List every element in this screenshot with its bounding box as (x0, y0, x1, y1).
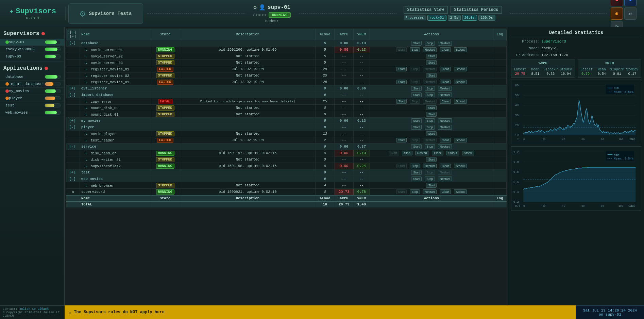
btn-restart-wm[interactable]: Restart (438, 177, 452, 181)
btn-start[interactable]: Start (396, 67, 407, 71)
toolbar-btn-refresh1[interactable]: ↺ (624, 7, 637, 20)
btn-clear[interactable]: Clear (440, 80, 451, 84)
svg-text:0.0: 0.0 (515, 204, 521, 208)
btn-clear[interactable]: Clear (440, 67, 451, 71)
proc-cpu: -- (335, 72, 354, 79)
btn-start-wm[interactable]: Start (411, 177, 422, 181)
group-expand-service[interactable]: [-] (66, 144, 80, 150)
btn-stop[interactable]: Stop (410, 47, 420, 52)
group-expand-my-movies[interactable]: [+] (66, 118, 80, 124)
import-dot (5, 82, 9, 86)
btn-stop-svc[interactable]: Stop (425, 144, 435, 149)
btn-start-mm[interactable]: Start (411, 118, 422, 123)
btn-stdout-supervisord[interactable]: Stdout (454, 189, 467, 194)
btn-stdout[interactable]: Stdout (454, 138, 467, 142)
proc-load: 5 (316, 60, 335, 66)
btn-start[interactable]: Start (396, 99, 407, 104)
btn-restart[interactable]: Restart (423, 164, 437, 168)
sidebar-item-supv03[interactable]: supv-03 (0, 53, 64, 60)
btn-restart-svc[interactable]: Restart (438, 144, 452, 149)
sidebar-item-web-movies[interactable]: web_movies (0, 109, 64, 116)
btn-start[interactable]: Start (426, 131, 437, 136)
btn-start[interactable]: Start (426, 54, 437, 58)
stats-period-2[interactable]: 20.0s (462, 15, 477, 21)
btn-start-pl[interactable]: Start (411, 125, 422, 130)
detail-process-value: supervisord (541, 39, 566, 44)
btn-start-test[interactable]: Start (411, 170, 422, 175)
group-expand-evt[interactable]: [+] (66, 85, 80, 92)
sidebar-item-supv01[interactable]: supv-01 (0, 39, 64, 46)
group-expand-player[interactable]: [-] (66, 124, 80, 131)
btn-stop-evt[interactable]: Stop (425, 86, 435, 91)
group-expand-web-movies[interactable]: [-] (66, 176, 80, 182)
group-expand-import[interactable]: [-] (66, 92, 80, 98)
stats-periods-button[interactable]: Statistics Periods (451, 6, 502, 14)
btn-stop-wm[interactable]: Stop (425, 177, 435, 181)
btn-start[interactable]: Start (426, 105, 437, 110)
btn-start[interactable]: Start (396, 138, 407, 142)
collapse-all[interactable]: [-] (70, 34, 76, 38)
stats-period-1[interactable]: 2.5s (448, 15, 461, 21)
toolbar-btn-blue[interactable]: ● (624, 0, 637, 6)
btn-restart-pl[interactable]: Restart (438, 125, 452, 130)
toolbar-btn-red[interactable]: ■ (611, 0, 623, 6)
btn-start-evt[interactable]: Start (411, 86, 422, 91)
stats-period-3[interactable]: 160.0s (478, 15, 495, 21)
total-values-row: TOTAL 10 20.73 1.48 (66, 201, 507, 207)
sidebar-item-database[interactable]: database (0, 73, 64, 81)
btn-stdout[interactable]: Stdout (454, 47, 467, 52)
btn-start[interactable]: Start (426, 112, 437, 117)
sidebar-item-rocky52[interactable]: rocky52:60000 (0, 46, 64, 53)
btn-restart-import[interactable]: Restart (438, 93, 452, 97)
toolbar-btn-orange[interactable]: ◉ (611, 7, 623, 20)
btn-start-database[interactable]: Start (411, 41, 422, 46)
btn-stop-pl[interactable]: Stop (425, 125, 435, 130)
btn-restart-supervisord[interactable]: Restart (423, 189, 437, 194)
group-expand-database[interactable]: [-] (66, 40, 80, 47)
btn-stderr[interactable]: Stderr (462, 151, 475, 155)
btn-clear[interactable]: Clear (440, 138, 451, 142)
group-expand-test[interactable]: [+] (66, 169, 80, 176)
stats-view-button[interactable]: Statistics View (404, 6, 448, 14)
btn-stdout[interactable]: Stdout (454, 164, 467, 168)
total-log-label: Log (493, 195, 507, 201)
btn-clear-supervisord[interactable]: Clear (440, 189, 451, 194)
btn-clear[interactable]: Clear (440, 47, 451, 52)
btn-clear[interactable]: Clear (440, 164, 451, 168)
mem-header-latest: Latest (579, 68, 594, 71)
sidebar-item-import-database[interactable]: import_database (0, 81, 64, 88)
btn-start-svc[interactable]: Start (411, 144, 422, 149)
col-expand[interactable]: [+] [-] (66, 29, 80, 40)
btn-stdout[interactable]: Stdout (446, 151, 459, 155)
btn-start[interactable]: Start (426, 183, 437, 188)
btn-start-import[interactable]: Start (411, 93, 422, 97)
btn-stop-import[interactable]: Stop (425, 93, 435, 97)
btn-stop-database[interactable]: Stop (425, 41, 435, 46)
btn-restart-database[interactable]: Restart (438, 41, 452, 46)
btn-stop[interactable]: Stop (410, 164, 420, 168)
sidebar-item-my-movies[interactable]: my_movies (0, 88, 64, 95)
btn-stdout[interactable]: Stdout (454, 99, 467, 104)
btn-stop[interactable]: Stop (402, 151, 412, 155)
sidebar-item-test[interactable]: test (0, 102, 64, 109)
proc-desc: pid 1501197, uptime 0:02:15 (180, 150, 316, 156)
btn-stdout[interactable]: Stdout (454, 80, 467, 84)
btn-restart-evt[interactable]: Restart (438, 86, 452, 91)
btn-restart[interactable]: Restart (415, 151, 429, 155)
contact-link[interactable]: Julien Le Cléach (19, 307, 49, 311)
sidebar-item-player[interactable]: player (0, 95, 64, 102)
btn-restart-mm[interactable]: Restart (438, 118, 452, 123)
btn-stop-supervisord[interactable]: Stop (410, 189, 420, 194)
btn-start[interactable]: Start (396, 80, 407, 84)
btn-clear[interactable]: Clear (432, 151, 443, 155)
btn-clear[interactable]: Clear (440, 99, 451, 104)
btn-stop-mm[interactable]: Stop (425, 118, 435, 123)
expand-all[interactable]: [+] (70, 30, 76, 34)
proc-cpu: -- (335, 53, 354, 60)
btn-restart[interactable]: Restart (423, 47, 437, 52)
btn-start[interactable]: Start (426, 60, 437, 65)
group-load-database: 5 (316, 40, 335, 47)
btn-start[interactable]: Start (426, 73, 437, 78)
btn-stdout[interactable]: Stdout (454, 67, 467, 71)
btn-start[interactable]: Start (426, 157, 437, 162)
